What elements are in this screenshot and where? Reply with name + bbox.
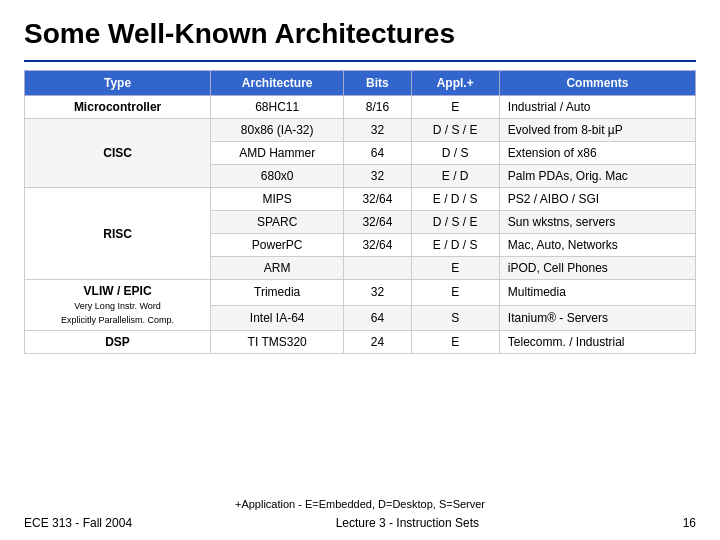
cell-bits: 64	[344, 142, 411, 165]
cell-architecture: PowerPC	[211, 234, 344, 257]
cell-architecture: TI TMS320	[211, 331, 344, 354]
cell-appl: D / S	[411, 142, 499, 165]
cell-type: Microcontroller	[25, 96, 211, 119]
cell-comments: Evolved from 8-bit µP	[499, 119, 695, 142]
cell-bits: 32	[344, 119, 411, 142]
table-row: Microcontroller68HC118/16EIndustrial / A…	[25, 96, 696, 119]
table-wrapper: Type Architecture Bits Appl.+ Comments M…	[24, 70, 696, 492]
table-row: RISCMIPS32/64E / D / SPS2 / AIBO / SGI	[25, 188, 696, 211]
cell-comments: Mac, Auto, Networks	[499, 234, 695, 257]
col-header-architecture: Architecture	[211, 71, 344, 96]
cell-comments: Extension of x86	[499, 142, 695, 165]
cell-architecture: SPARC	[211, 211, 344, 234]
col-header-appl: Appl.+	[411, 71, 499, 96]
page: Some Well-Known Architectures Type Archi…	[0, 0, 720, 540]
cell-type: VLIW / EPICVery Long Instr. WordExplicit…	[25, 280, 211, 331]
cell-appl: S	[411, 305, 499, 331]
cell-architecture: AMD Hammer	[211, 142, 344, 165]
cell-bits: 64	[344, 305, 411, 331]
cell-appl: E	[411, 257, 499, 280]
cell-type: CISC	[25, 119, 211, 188]
table-row: VLIW / EPICVery Long Instr. WordExplicit…	[25, 280, 696, 306]
cell-bits: 32	[344, 165, 411, 188]
cell-type: RISC	[25, 188, 211, 280]
cell-bits: 32/64	[344, 188, 411, 211]
cell-type: DSP	[25, 331, 211, 354]
cell-architecture: Intel IA-64	[211, 305, 344, 331]
cell-comments: Itanium® - Servers	[499, 305, 695, 331]
cell-architecture: 680x0	[211, 165, 344, 188]
cell-comments: Palm PDAs, Orig. Mac	[499, 165, 695, 188]
cell-bits: 24	[344, 331, 411, 354]
footer-center: Lecture 3 - Instruction Sets	[336, 516, 479, 530]
divider	[24, 60, 696, 62]
table-row: DSPTI TMS32024ETelecomm. / Industrial	[25, 331, 696, 354]
footnote: +Application - E=Embedded, D=Desktop, S=…	[24, 498, 696, 510]
cell-appl: E / D / S	[411, 188, 499, 211]
cell-bits: 32/64	[344, 234, 411, 257]
col-header-bits: Bits	[344, 71, 411, 96]
cell-appl: D / S / E	[411, 211, 499, 234]
cell-appl: E / D	[411, 165, 499, 188]
table-header-row: Type Architecture Bits Appl.+ Comments	[25, 71, 696, 96]
cell-comments: iPOD, Cell Phones	[499, 257, 695, 280]
col-header-comments: Comments	[499, 71, 695, 96]
cell-appl: D / S / E	[411, 119, 499, 142]
cell-appl: E	[411, 96, 499, 119]
cell-appl: E	[411, 331, 499, 354]
architectures-table: Type Architecture Bits Appl.+ Comments M…	[24, 70, 696, 354]
footer-left: ECE 313 - Fall 2004	[24, 516, 132, 530]
cell-architecture: 68HC11	[211, 96, 344, 119]
cell-comments: Multimedia	[499, 280, 695, 306]
cell-comments: Telecomm. / Industrial	[499, 331, 695, 354]
cell-appl: E / D / S	[411, 234, 499, 257]
cell-architecture: Trimedia	[211, 280, 344, 306]
cell-comments: Sun wkstns, servers	[499, 211, 695, 234]
footer: ECE 313 - Fall 2004 Lecture 3 - Instruct…	[24, 516, 696, 530]
cell-comments: PS2 / AIBO / SGI	[499, 188, 695, 211]
cell-architecture: ARM	[211, 257, 344, 280]
cell-comments: Industrial / Auto	[499, 96, 695, 119]
cell-architecture: 80x86 (IA-32)	[211, 119, 344, 142]
page-title: Some Well-Known Architectures	[24, 18, 696, 50]
cell-appl: E	[411, 280, 499, 306]
cell-bits: 8/16	[344, 96, 411, 119]
cell-bits	[344, 257, 411, 280]
cell-architecture: MIPS	[211, 188, 344, 211]
col-header-type: Type	[25, 71, 211, 96]
cell-bits: 32/64	[344, 211, 411, 234]
cell-bits: 32	[344, 280, 411, 306]
table-row: CISC80x86 (IA-32)32D / S / EEvolved from…	[25, 119, 696, 142]
footer-right: 16	[683, 516, 696, 530]
